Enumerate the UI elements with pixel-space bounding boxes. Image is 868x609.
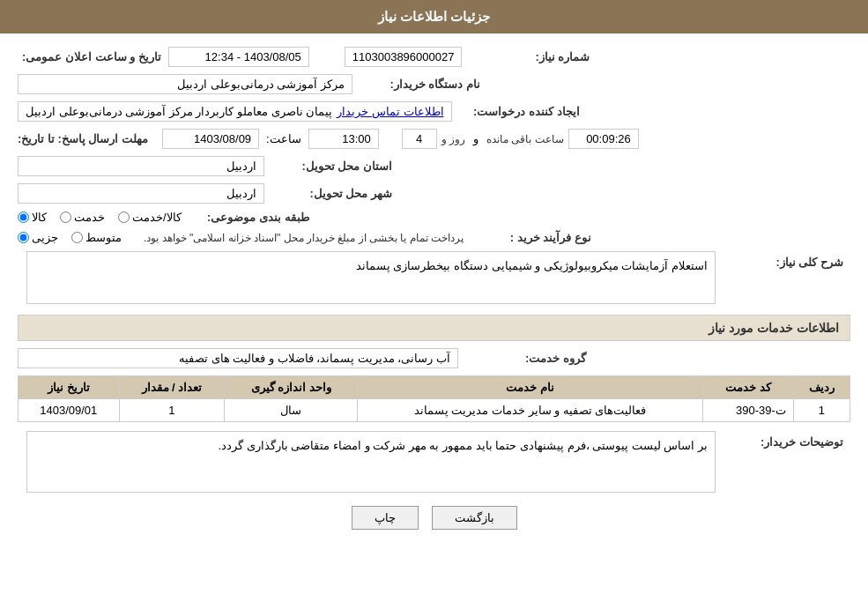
- requester-row: ایجاد کننده درخواست: اطلاعات تماس خریدار…: [18, 101, 850, 122]
- category-both-radio[interactable]: [118, 212, 130, 223]
- cell-name: فعالیت‌های تصفیه و سایر خدمات مدیریت پسم…: [358, 399, 703, 422]
- category-option-service[interactable]: خدمت: [60, 211, 105, 224]
- page-header: جزئیات اطلاعات نیاز: [0, 0, 868, 33]
- buyer-notes-row: توضیحات خریدار: بر اساس لیست پیوستی ،فرم…: [18, 431, 850, 493]
- need-number-value: 1103003896000027: [345, 47, 463, 67]
- page-wrapper: جزئیات اطلاعات نیاز شماره نیاز: 11030038…: [0, 0, 868, 609]
- col-index: ردیف: [793, 376, 849, 399]
- province-value: اردبیل: [18, 156, 264, 176]
- cell-index: 1: [793, 399, 849, 422]
- process-minor-radio[interactable]: [18, 232, 29, 243]
- buyer-notes-label: توضیحات خریدار:: [720, 435, 843, 449]
- deadline-row: 00:09:26 ساعت باقی مانده و روز و 4 13:00…: [18, 129, 850, 149]
- need-number-label: شماره نیاز:: [466, 50, 590, 63]
- process-type-row: نوع فرآیند خرید : پرداخت تمام یا بخشی از…: [18, 231, 850, 244]
- col-name: نام خدمت: [358, 376, 703, 399]
- deadline-parts: 13:00 ساعت: 1403/08/09 مهلت ارسال پاسخ: …: [18, 129, 379, 149]
- category-row: طبقه بندی موضوعی: کالا/خدمت خدمت کالا: [18, 211, 850, 224]
- buyer-name-label: نام دستگاه خریدار:: [357, 78, 480, 91]
- city-label: شهر محل تحویل:: [269, 187, 392, 200]
- col-date: تاریخ نیاز: [19, 376, 120, 399]
- deadline-label: مهلت ارسال پاسخ: تا تاریخ:: [18, 132, 148, 145]
- description-row: شرح کلی نیاز: استعلام آزمایشات میکروبیول…: [18, 251, 850, 304]
- group-service-row: گروه خدمت: آب رسانی، مدیریت پسماند، فاضل…: [18, 348, 850, 368]
- remaining-row: 00:09:26 ساعت باقی مانده و روز و 4: [402, 129, 639, 149]
- remaining-label: ساعت باقی مانده: [486, 133, 564, 145]
- category-goods-label: کالا: [32, 211, 47, 224]
- requester-label: ایجاد کننده درخواست:: [456, 105, 580, 118]
- category-option-both[interactable]: کالا/خدمت: [118, 211, 182, 224]
- category-service-radio[interactable]: [60, 212, 71, 223]
- city-row: شهر محل تحویل: اردبیل: [18, 183, 850, 204]
- category-option-goods[interactable]: کالا: [18, 211, 47, 224]
- services-section-title: اطلاعات خدمات مورد نیاز: [18, 315, 850, 341]
- buyer-notes-box: بر اساس لیست پیوستی ،فرم پیشنهادی حتما ب…: [26, 431, 716, 493]
- process-note: پرداخت تمام یا بخشی از مبلغ خریدار محل "…: [144, 232, 464, 244]
- print-button[interactable]: چاپ: [352, 506, 419, 530]
- cell-date: 1403/09/01: [19, 399, 120, 422]
- process-medium[interactable]: متوسط: [71, 231, 122, 244]
- category-goods-radio[interactable]: [18, 212, 29, 223]
- province-label: استان محل تحویل:: [269, 160, 392, 173]
- col-quantity: تعداد / مقدار: [119, 376, 225, 399]
- deadline-time-value: 13:00: [308, 129, 379, 149]
- province-row: استان محل تحویل: اردبیل: [18, 156, 850, 176]
- announce-value: 1403/08/05 - 12:34: [168, 47, 309, 67]
- service-table: ردیف کد خدمت نام خدمت واحد اندازه گیری ت…: [18, 375, 850, 422]
- table-row: 1 ت-39-390 فعالیت‌های تصفیه و سایر خدمات…: [19, 399, 850, 422]
- process-minor-label: جزیی: [32, 231, 58, 244]
- category-radio-group: کالا/خدمت خدمت کالا: [18, 211, 182, 224]
- days-value: 4: [402, 129, 437, 149]
- city-value: اردبیل: [18, 183, 264, 204]
- process-radio-group: پرداخت تمام یا بخشی از مبلغ خریدار محل "…: [18, 231, 464, 244]
- description-box: استعلام آزمایشات میکروبیولوژیکی و شیمیای…: [26, 251, 716, 304]
- remaining-value: 00:09:26: [568, 129, 639, 149]
- process-medium-radio[interactable]: [71, 232, 83, 243]
- need-number-row: شماره نیاز: 1103003896000027 1403/08/05 …: [18, 47, 850, 67]
- process-medium-label: متوسط: [85, 231, 122, 244]
- buyer-name-value: مرکز آموزشی درمانی‌بوعلی اردبیل: [18, 74, 352, 94]
- requester-link[interactable]: اطلاعات تماس خریدار: [337, 105, 443, 118]
- process-minor[interactable]: جزیی: [18, 231, 58, 244]
- deadline-time-label: ساعت:: [266, 132, 301, 145]
- service-group-label: گروه خدمت:: [463, 352, 586, 365]
- button-row: بازگشت چاپ: [18, 506, 850, 543]
- buyer-name-row: نام دستگاه خریدار: مرکز آموزشی درمانی‌بو…: [18, 74, 850, 94]
- back-button[interactable]: بازگشت: [432, 506, 517, 530]
- announce-label: تاریخ و ساعت اعلان عمومی:: [22, 50, 161, 63]
- category-label: طبقه بندی موضوعی:: [186, 211, 309, 224]
- description-content: استعلام آزمایشات میکروبیولوژیکی و شیمیای…: [26, 251, 716, 304]
- col-unit: واحد اندازه گیری: [225, 376, 358, 399]
- deadline-date-value: 1403/08/09: [162, 129, 259, 149]
- process-label: نوع فرآیند خرید :: [468, 231, 591, 244]
- cell-quantity: 1: [119, 399, 225, 422]
- content-area: شماره نیاز: 1103003896000027 1403/08/05 …: [0, 33, 868, 556]
- category-both-label: کالا/خدمت: [132, 211, 182, 224]
- requester-value-box: اطلاعات تماس خریدار پیمان ناصری معاملو ک…: [18, 101, 452, 122]
- requester-value: پیمان ناصری معاملو کاربردار مرکز آموزشی …: [26, 105, 332, 118]
- category-service-label: خدمت: [74, 211, 105, 224]
- service-group-value: آب رسانی، مدیریت پسماند، فاضلاب و فعالیت…: [18, 348, 458, 368]
- col-code: کد خدمت: [702, 376, 793, 399]
- cell-code: ت-39-390: [702, 399, 793, 422]
- buyer-notes-content: بر اساس لیست پیوستی ،فرم پیشنهادی حتما ب…: [26, 431, 716, 493]
- header-title: جزئیات اطلاعات نیاز: [378, 9, 490, 24]
- cell-unit: سال: [225, 399, 358, 422]
- days-label: روز و: [441, 133, 465, 145]
- description-label: شرح کلی نیاز:: [720, 256, 843, 269]
